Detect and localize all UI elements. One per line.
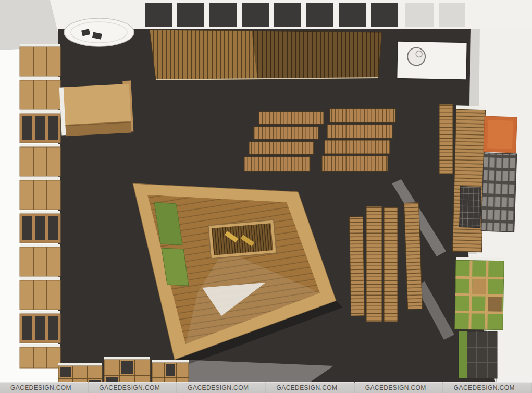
- shelf-unit: [20, 244, 60, 276]
- bench: [249, 142, 314, 154]
- bench: [254, 127, 318, 139]
- bench: [366, 206, 382, 322]
- ceiling-beam: [339, 3, 366, 27]
- watermark-tile: GACEDESIGN.COM: [177, 382, 266, 393]
- green-shelf: [455, 257, 504, 330]
- bench: [384, 207, 398, 322]
- watermark-tile: GACEDESIGN.COM: [89, 382, 177, 393]
- shelf-unit: [20, 44, 60, 76]
- watermark-text: GACEDESIGN.COM: [443, 384, 515, 391]
- bench: [349, 217, 364, 316]
- watermark-tile: GACEDESIGN.COM: [266, 382, 355, 393]
- slatted-ceiling-panel: [150, 30, 382, 80]
- ceiling-beam: [177, 3, 204, 27]
- bench: [325, 140, 390, 154]
- watermark-tile: GACEDESIGN.COM: [0, 382, 89, 393]
- ceiling-beam: [274, 3, 301, 27]
- bench-group-center-right: [349, 203, 422, 322]
- watermark-text: GACEDESIGN.COM: [89, 384, 160, 391]
- shelf-unit: [20, 144, 60, 176]
- bench: [327, 125, 392, 138]
- tall-shelf-right: [452, 105, 485, 252]
- watermark-tile: GACEDESIGN.COM: [443, 382, 532, 393]
- bench: [322, 156, 388, 171]
- ceiling-beam: [209, 3, 237, 27]
- bench: [244, 157, 310, 171]
- watermark-text: GACEDESIGN.COM: [0, 384, 71, 391]
- bench-group-right: [322, 109, 395, 171]
- display-table: [208, 220, 276, 259]
- left-shelving-column: [20, 44, 60, 368]
- ceiling-beam: [371, 3, 398, 27]
- bench: [259, 112, 324, 124]
- watermark-bar: GACEDESIGN.COM GACEDESIGN.COM GACEDESIGN…: [0, 382, 532, 393]
- watermark-text: GACEDESIGN.COM: [177, 384, 249, 391]
- wooden-desk: [59, 80, 133, 136]
- shelf-dark-grid: [460, 187, 481, 228]
- shelf-unit-cubbies: [20, 311, 60, 343]
- bench: [330, 109, 395, 122]
- white-counter: [391, 41, 467, 80]
- interior-render: [0, 0, 532, 393]
- shelf-unit-cubbies: [20, 211, 60, 243]
- shelf-unit: [20, 177, 60, 210]
- ceiling-beam: [242, 3, 269, 27]
- ceiling-panel-light: [439, 3, 465, 27]
- ceiling-panel-light: [405, 3, 434, 27]
- shelf-unit: [20, 344, 60, 368]
- round-basin: [407, 47, 426, 66]
- photo-poster: [481, 153, 516, 232]
- slatted-bench-right: [439, 104, 453, 174]
- round-table: [64, 18, 134, 46]
- shelf-unit: [20, 77, 60, 109]
- dark-green-cabinet: [459, 331, 497, 378]
- ceiling-beam: [145, 3, 172, 27]
- watermark-text: GACEDESIGN.COM: [266, 384, 338, 391]
- ceiling-beam: [306, 3, 333, 27]
- render-canvas: GACEDESIGN.COM GACEDESIGN.COM GACEDESIGN…: [0, 0, 532, 393]
- watermark-tile: GACEDESIGN.COM: [355, 382, 443, 393]
- orange-poster: [484, 116, 517, 153]
- shelf-unit-cubbies: [20, 110, 60, 143]
- shelf-unit: [20, 277, 60, 310]
- watermark-text: GACEDESIGN.COM: [355, 384, 426, 391]
